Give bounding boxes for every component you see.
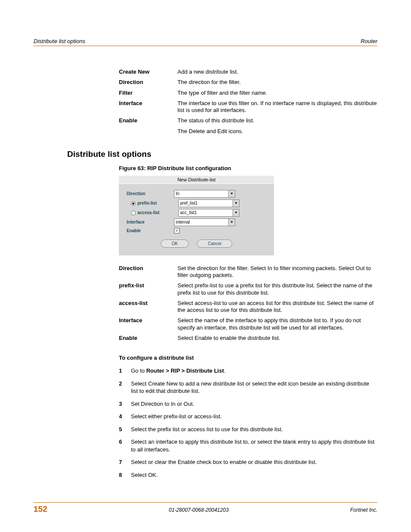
table-row: The Delete and Edit icons. — [119, 126, 377, 137]
ok-button[interactable]: OK — [161, 240, 188, 248]
access-list-select[interactable]: acc_list1 ▼ — [178, 209, 240, 217]
term: prefix-list — [119, 280, 177, 298]
term: Create New — [119, 67, 177, 77]
table-row: EnableSelect Enable to enable the distri… — [119, 333, 377, 343]
table-row: EnableThe status of this distribute list… — [119, 115, 377, 126]
option-definition-table: DirectionSet the direction for the filte… — [119, 263, 377, 343]
cancel-button[interactable]: Cancel — [197, 240, 232, 248]
page-number: 152 — [34, 504, 47, 514]
table-row: DirectionThe direction for the filter. — [119, 77, 377, 87]
interface-select[interactable]: internal ▼ — [174, 218, 235, 226]
term: access-list — [119, 298, 177, 316]
header-left: Distribute list options — [34, 38, 85, 44]
enable-label: Enable — [127, 228, 174, 233]
desc: Select Enable to enable the distribute l… — [177, 333, 377, 343]
term: Enable — [119, 333, 177, 343]
term: Interface — [119, 315, 177, 333]
desc: The direction for the filter. — [177, 77, 377, 87]
term: Enable — [119, 115, 177, 126]
list-item: 7Select or clear the Enable check box to… — [119, 458, 377, 466]
doc-id: 01-28007-0068-20041203 — [169, 507, 229, 513]
list-item: 8Select OK. — [119, 471, 377, 479]
chevron-down-icon: ▼ — [228, 219, 235, 226]
top-definition-table: Create NewAdd a new distribute list. Dir… — [119, 67, 377, 137]
screenshot-panel: New Distribute-list Direction In ▼ prefi… — [119, 176, 274, 255]
section-heading: Distribute list options — [67, 149, 377, 159]
table-row: prefix-listSelect prefix-list to use a p… — [119, 280, 377, 298]
running-header: Distribute list options Router — [34, 38, 377, 46]
enable-checkbox[interactable]: ✓ — [174, 228, 180, 233]
list-item: 1Go to Router > RIP > Distribute List. — [119, 367, 377, 375]
procedure-heading: To configure a distribute list — [119, 355, 377, 361]
radio-icon — [131, 211, 136, 215]
table-row: DirectionSet the direction for the filte… — [119, 263, 377, 281]
direction-select[interactable]: In ▼ — [174, 190, 235, 198]
procedure-steps: 1Go to Router > RIP > Distribute List. 2… — [119, 367, 377, 479]
list-item: 2Select Create New to add a new distribu… — [119, 380, 377, 395]
desc: The type of filter and the filter name. — [177, 88, 377, 98]
term: Direction — [119, 263, 177, 281]
company: Fortinet Inc. — [350, 507, 377, 513]
radio-icon — [131, 201, 136, 206]
chevron-down-icon: ▼ — [228, 190, 235, 197]
list-item: 5Select the prefix list or access list t… — [119, 426, 377, 433]
term — [119, 126, 177, 137]
table-row: InterfaceSelect the name of the interfac… — [119, 315, 377, 333]
term: Direction — [119, 77, 177, 87]
screenshot-title: New Distribute-list — [119, 176, 274, 184]
list-item: 6Select an interface to apply this distr… — [119, 438, 377, 453]
desc: Set the direction for the filter. Select… — [177, 263, 377, 281]
chevron-down-icon: ▼ — [233, 200, 239, 207]
desc: The status of this distribute list. — [177, 115, 377, 126]
prefix-list-select[interactable]: pref_list1 ▼ — [178, 199, 240, 207]
interface-label: Interface — [127, 220, 174, 224]
table-row: InterfaceThe interface to use this filte… — [119, 98, 377, 116]
figure-caption: Figure 63: RIP Distribute list configura… — [119, 165, 377, 171]
desc: The interface to use this filter on. If … — [177, 98, 377, 116]
term: Filter — [119, 88, 177, 98]
header-right: Router — [361, 38, 377, 44]
desc: Select the name of the interface to appl… — [177, 315, 377, 333]
table-row: Create NewAdd a new distribute list. — [119, 67, 377, 77]
access-list-radio-label[interactable]: access-list — [127, 210, 178, 215]
list-item: 3Set Direction to In or Out. — [119, 400, 377, 408]
desc: The Delete and Edit icons. — [177, 126, 377, 137]
list-item: 4Select either prefix-list or access-lis… — [119, 413, 377, 420]
table-row: FilterThe type of filter and the filter … — [119, 88, 377, 98]
desc: Select access-list to use an access list… — [177, 298, 377, 316]
desc: Add a new distribute list. — [177, 67, 377, 77]
direction-label: Direction — [127, 191, 174, 196]
desc: Select prefix-list to use a prefix list … — [177, 280, 377, 298]
term: Interface — [119, 98, 177, 116]
footer: 152 01-28007-0068-20041203 Fortinet Inc. — [34, 502, 377, 514]
table-row: access-listSelect access-list to use an … — [119, 298, 377, 316]
chevron-down-icon: ▼ — [233, 209, 239, 216]
prefix-list-radio-label[interactable]: prefix-list — [127, 201, 178, 206]
